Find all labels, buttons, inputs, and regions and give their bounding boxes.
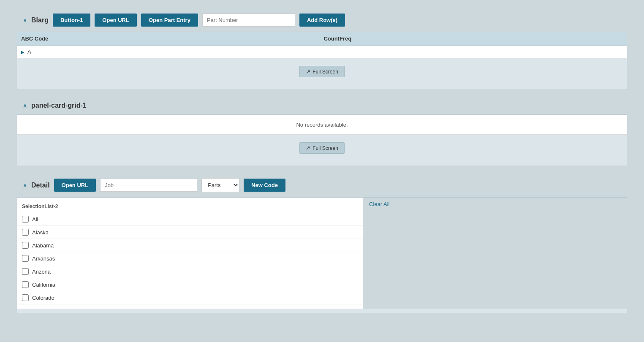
- list-item[interactable]: Alabama: [17, 239, 363, 252]
- open-url-btn-blarg[interactable]: Open URL: [95, 14, 137, 27]
- list-item[interactable]: California: [17, 278, 363, 291]
- detail-panel: ∧ Detail Open URL Parts Labor Misc New C…: [17, 173, 627, 313]
- list-item[interactable]: All: [17, 213, 363, 226]
- clear-all-link[interactable]: Clear All: [369, 201, 389, 207]
- panel-card-grid-collapse-icon[interactable]: ∧: [23, 102, 27, 109]
- list-item-label: Colorado: [32, 295, 54, 301]
- selection-list-label: SelectionList-2: [17, 202, 363, 213]
- job-input[interactable]: [100, 179, 197, 192]
- list-item-label: Alaska: [32, 229, 49, 236]
- fullscreen-icon-grid: ↗: [306, 145, 310, 151]
- panel-card-grid-fullscreen-btn[interactable]: ↗ Full Screen: [299, 142, 345, 154]
- list-item-label: Alabama: [32, 242, 54, 249]
- blarg-grid: ABC Code CountFreq ▶ A: [17, 32, 627, 58]
- panel-card-grid-title: panel-card-grid-1: [31, 102, 87, 109]
- blarg-panel: ∧ Blarg Button-1 Open URL Open Part Entr…: [17, 8, 627, 89]
- parts-dropdown[interactable]: Parts Labor Misc: [201, 178, 239, 192]
- fullscreen-icon-blarg: ↗: [306, 68, 310, 75]
- button-1-btn[interactable]: Button-1: [53, 14, 90, 27]
- blarg-fullscreen-label: Full Screen: [312, 69, 338, 75]
- blarg-panel-header: ∧ Blarg Button-1 Open URL Open Part Entr…: [17, 8, 627, 32]
- list-item[interactable]: Arkansas: [17, 252, 363, 265]
- add-rows-btn[interactable]: Add Row(s): [299, 14, 345, 27]
- detail-collapse-icon[interactable]: ∧: [23, 182, 27, 189]
- list-item-label: California: [32, 282, 55, 288]
- panel-card-grid-1: ∧ panel-card-grid-1 No records available…: [17, 97, 627, 166]
- list-item-checkbox[interactable]: [22, 216, 29, 223]
- blarg-col-abc-code: ABC Code: [17, 32, 319, 46]
- list-item[interactable]: Alaska: [17, 226, 363, 239]
- list-item-checkbox[interactable]: [22, 242, 29, 249]
- table-row: ▶ A: [17, 46, 627, 58]
- panel-card-grid-header: ∧ panel-card-grid-1: [17, 97, 627, 114]
- panel-card-grid-fullscreen-label: Full Screen: [312, 145, 338, 151]
- blarg-panel-body: ABC Code CountFreq ▶ A: [17, 32, 627, 89]
- list-item-checkbox[interactable]: [22, 268, 29, 275]
- list-item-label: Arizona: [32, 269, 51, 275]
- detail-panel-body: SelectionList-2 AllAlaskaAlabamaArkansas…: [17, 197, 627, 313]
- blarg-table: ABC Code CountFreq ▶ A: [17, 32, 627, 58]
- selection-list-container: SelectionList-2 AllAlaskaAlabamaArkansas…: [17, 198, 627, 309]
- panel-card-grid-body: No records available. ↗ Full Screen: [17, 114, 627, 166]
- count-freq-cell: [319, 46, 627, 58]
- blarg-title: Blarg: [31, 16, 49, 24]
- detail-title: Detail: [31, 182, 50, 189]
- list-item[interactable]: Arizona: [17, 265, 363, 278]
- no-records-message: No records available.: [17, 115, 627, 135]
- part-number-input[interactable]: [202, 14, 295, 27]
- list-item-checkbox[interactable]: [22, 229, 29, 236]
- checkbox-items-container: AllAlaskaAlabamaArkansasArizonaCaliforni…: [17, 213, 363, 304]
- list-item-checkbox[interactable]: [22, 281, 29, 288]
- selection-list-right: Clear All: [363, 198, 627, 309]
- detail-panel-header: ∧ Detail Open URL Parts Labor Misc New C…: [17, 173, 627, 197]
- open-url-btn-detail[interactable]: Open URL: [54, 179, 96, 192]
- blarg-fullscreen-area: ↗ Full Screen: [17, 58, 627, 85]
- abc-code-cell: ▶ A: [17, 46, 319, 58]
- panel-card-grid-fullscreen-area: ↗ Full Screen: [17, 135, 627, 161]
- list-item[interactable]: Colorado: [17, 291, 363, 304]
- blarg-col-countfreq: CountFreq: [319, 32, 627, 46]
- list-item-checkbox[interactable]: [22, 255, 29, 262]
- list-item-checkbox[interactable]: [22, 294, 29, 301]
- list-item-label: Arkansas: [32, 255, 55, 262]
- open-part-entry-btn[interactable]: Open Part Entry: [141, 14, 198, 27]
- new-code-btn[interactable]: New Code: [244, 179, 285, 192]
- row-arrow-icon: ▶: [21, 50, 24, 54]
- selection-list-left: SelectionList-2 AllAlaskaAlabamaArkansas…: [17, 198, 363, 309]
- blarg-collapse-icon[interactable]: ∧: [23, 17, 27, 24]
- blarg-fullscreen-btn[interactable]: ↗ Full Screen: [299, 66, 345, 77]
- list-item-label: All: [32, 216, 38, 223]
